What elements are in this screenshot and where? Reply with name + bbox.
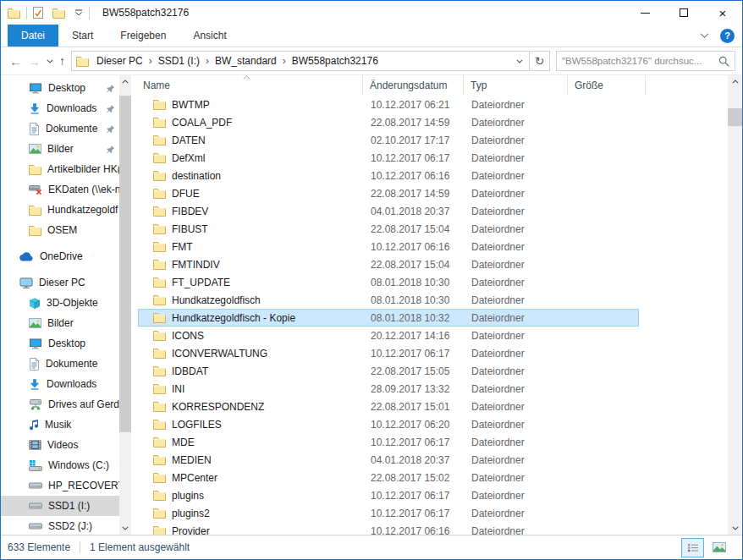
sidebar-item-hp-recovery[interactable]: HP_RECOVERY ( (1, 475, 119, 496)
folder-icon (29, 164, 41, 175)
sidebar-item-hundkatzegoldf[interactable]: Hundkatzegoldf (1, 200, 119, 220)
list-scroll-up-icon[interactable] (728, 75, 742, 88)
file-row[interactable]: ICONVERWALTUNG10.12.2017 06:17Dateiordne… (138, 344, 639, 362)
drive-icon (29, 522, 42, 530)
file-row[interactable]: plugins10.12.2017 06:17Dateiordner (138, 486, 639, 504)
sidebar-item-ekdaten-ek-n[interactable]: EKDaten (\\ek-n (1, 179, 119, 200)
details-view-button[interactable] (681, 538, 704, 557)
sidebar-item-desktop[interactable]: Desktop (1, 78, 119, 98)
sidebar-item-bilder[interactable]: Bilder (1, 139, 119, 159)
forward-button[interactable]: → (28, 54, 41, 69)
picture-icon (29, 144, 41, 154)
ribbon-right-controls: ? (700, 25, 742, 47)
sidebar-item-dieser-pc[interactable]: Dieser PC (1, 272, 119, 293)
sidebar-item-windows-c[interactable]: Windows (C:) (1, 455, 119, 475)
sidebar-item-osem[interactable]: OSEM (1, 220, 119, 240)
sidebar-item-musik[interactable]: Musik (1, 415, 119, 435)
sidebar-item-label: Desktop (48, 82, 85, 94)
file-row[interactable]: MPCenter22.08.2017 15:02Dateiordner (138, 469, 639, 486)
sidebar-item-3d-objekte[interactable]: 3D-Objekte (1, 293, 119, 313)
list-scroll-thumb[interactable] (728, 108, 742, 126)
new-folder-icon[interactable] (52, 8, 65, 19)
file-row[interactable]: destination10.12.2017 06:16Dateiordner (138, 167, 639, 184)
help-button[interactable]: ? (720, 29, 735, 43)
breadcrumb-segment[interactable]: SSD1 (I:) (154, 55, 204, 67)
sidebar-item-ssd1-i[interactable]: SSD1 (I:) (1, 496, 119, 516)
list-scrollbar[interactable] (728, 75, 742, 535)
minimize-button[interactable] (625, 1, 664, 25)
refresh-button[interactable]: ↻ (529, 51, 550, 71)
tab-start[interactable]: Start (58, 25, 107, 47)
search-input[interactable] (562, 56, 718, 66)
breadcrumb-segment[interactable]: BW_standard (211, 55, 281, 67)
file-row[interactable]: FIBUST22.08.2017 15:04Dateiordner (138, 220, 639, 238)
sidebar-scroll-down-icon[interactable] (119, 522, 131, 535)
close-button[interactable]: × (703, 1, 742, 25)
file-row[interactable]: FT_UPDATE08.01.2018 10:30Dateiordner (138, 273, 639, 291)
file-row[interactable]: DATEN02.10.2017 17:17Dateiordner (138, 131, 639, 149)
file-row[interactable]: LOGFILES10.12.2017 06:20Dateiordner (138, 415, 639, 433)
file-row[interactable]: KORRESPONDENZ22.08.2017 15:01Dateiordner (138, 398, 639, 415)
sidebar-item-ssd2-j[interactable]: SSD2 (J:) (1, 516, 119, 535)
sidebar-item-artikelbilder-hk[interactable]: Artikelbilder HK( (1, 159, 119, 179)
file-row[interactable]: DFUE22.08.2017 14:59Dateiordner (138, 184, 639, 202)
file-row[interactable]: DefXml10.12.2017 06:17Dateiordner (138, 149, 639, 167)
sidebar-item-dokumente[interactable]: Dokumente (1, 354, 119, 374)
file-row[interactable]: Hundkatzegoldfisch - Kopie08.01.2018 10:… (138, 309, 639, 327)
sidebar-item-bilder[interactable]: Bilder (1, 313, 119, 333)
search-icon[interactable] (718, 56, 729, 67)
navigation-pane: DesktopDownloadsDokumenteBilderArtikelbi… (1, 75, 119, 535)
sidebar-item-desktop[interactable]: Desktop (1, 333, 119, 354)
tab-datei[interactable]: Datei (8, 25, 58, 47)
file-row[interactable]: FMT10.12.2017 06:16Dateiordner (138, 238, 639, 255)
details-view-icon (687, 543, 699, 552)
column-header--nderungsdatum[interactable]: Änderungsdatum (363, 75, 464, 96)
file-row[interactable]: plugins210.12.2017 06:17Dateiordner (138, 504, 639, 522)
column-header-gr-e[interactable]: Größe (568, 75, 646, 96)
thumbnails-view-button[interactable] (707, 538, 730, 557)
ribbon-collapse-icon[interactable] (700, 33, 709, 38)
sidebar-scroll-thumb[interactable] (119, 96, 131, 432)
qat-customize-icon[interactable] (74, 9, 83, 16)
file-row[interactable]: Hundkatzegoldfisch08.01.2018 10:30Dateio… (138, 291, 639, 309)
sidebar-item-drives-auf-gerds[interactable]: Drives auf Gerds (1, 394, 119, 415)
file-row[interactable]: BWTMP10.12.2017 06:21Dateiordner (138, 96, 639, 113)
sidebar-item-onedrive[interactable]: OneDrive (1, 246, 119, 266)
address-group: Dieser PC›SSD1 (I:)›BW_standard›BW558pat… (71, 51, 550, 71)
file-row[interactable]: MEDIEN04.01.2018 20:37Dateiordner (138, 451, 639, 469)
maximize-button[interactable] (664, 1, 703, 25)
thumbnails-view-icon (713, 542, 726, 552)
sidebar-scrollbar[interactable] (119, 75, 131, 535)
file-row[interactable]: Provider10.12.2017 06:16Dateiordner (138, 522, 639, 535)
file-name-cell: BWTMP (139, 99, 364, 111)
file-row[interactable]: IDBDAT22.08.2017 15:05Dateiordner (138, 362, 639, 380)
history-dropdown-icon[interactable] (47, 59, 53, 63)
sidebar-item-videos[interactable]: Videos (1, 435, 119, 455)
breadcrumb-segment[interactable]: Dieser PC (92, 55, 147, 67)
folder-icon (153, 401, 166, 412)
tab-ansicht[interactable]: Ansicht (179, 25, 239, 47)
breadcrumb-segment[interactable]: BW558patch32176 (288, 55, 383, 67)
sidebar-item-dokumente[interactable]: Dokumente (1, 118, 119, 139)
file-row[interactable]: MDE10.12.2017 06:17Dateiordner (138, 433, 639, 451)
breadcrumb-separator-icon: › (281, 55, 288, 67)
address-dropdown-icon[interactable] (510, 59, 529, 63)
sidebar-item-downloads[interactable]: Downloads (1, 374, 119, 394)
sidebar-item-downloads[interactable]: Downloads (1, 98, 119, 118)
file-row[interactable]: FIBDEV04.01.2018 20:37Dateiordner (138, 202, 639, 220)
back-button[interactable]: ← (9, 54, 22, 69)
file-row[interactable]: ICONS20.12.2017 14:16Dateiordner (138, 327, 639, 344)
tab-freigeben[interactable]: Freigeben (107, 25, 179, 47)
file-row[interactable]: COALA_PDF22.08.2017 14:59Dateiordner (138, 113, 639, 131)
column-header-typ[interactable]: Typ (464, 75, 568, 96)
properties-icon[interactable] (33, 7, 43, 19)
items-count: 633 Elemente (8, 541, 70, 553)
up-button[interactable]: ↑ (59, 54, 65, 68)
address-box[interactable]: Dieser PC›SSD1 (I:)›BW_standard›BW558pat… (71, 51, 530, 71)
list-scroll-down-icon[interactable] (728, 522, 742, 535)
file-type: Dateiordner (465, 206, 569, 217)
sidebar-scroll-up-icon[interactable] (119, 75, 131, 88)
file-row[interactable]: INI28.09.2017 13:32Dateiordner (138, 380, 639, 398)
file-row[interactable]: FMTINDIV22.08.2017 15:04Dateiordner (138, 255, 639, 273)
sidebar-spacer (1, 240, 119, 246)
